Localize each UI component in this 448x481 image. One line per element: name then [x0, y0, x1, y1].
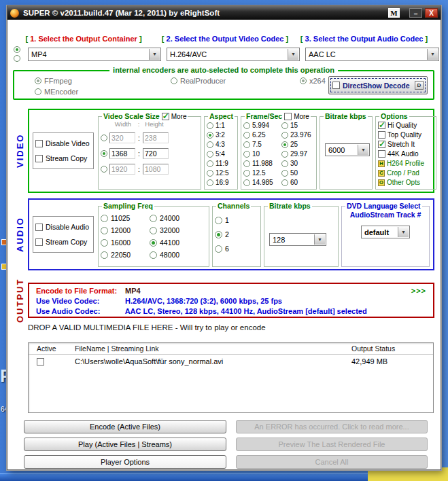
scale-more-checkbox[interactable] — [162, 113, 169, 120]
dropdown-arrow-icon[interactable] — [358, 145, 368, 155]
encode-button[interactable]: Encode (Active Files) — [24, 420, 226, 433]
x264-radio[interactable]: x264 — [300, 77, 326, 85]
sampling-option[interactable]: 48000 — [150, 251, 199, 259]
dropdown-arrow-icon[interactable] — [398, 227, 409, 237]
aspect-option[interactable]: 16:9 — [207, 178, 235, 187]
minimize-button[interactable]: – — [409, 8, 422, 18]
top-quality-toggle[interactable]: Top Quality — [378, 130, 434, 139]
44k-audio-toggle[interactable]: 44K Audio — [378, 149, 434, 158]
ffmpeg-radio[interactable]: FFmpeg — [35, 77, 72, 85]
framerate-option[interactable]: 14.985 — [243, 178, 280, 187]
preview-button[interactable]: Preview The Last Rendered File — [236, 438, 428, 451]
container-select[interactable]: MP4 — [28, 48, 161, 61]
close-button[interactable]: X — [425, 8, 438, 18]
directshow-decode-button[interactable]: DirectShow Decode D — [328, 76, 428, 94]
hi-quality-checkbox[interactable] — [378, 122, 385, 129]
file-list[interactable]: Active FileName | Streaming Link Output … — [28, 342, 434, 413]
framerate-option[interactable]: 23.976 — [281, 130, 314, 139]
scale-radio[interactable] — [101, 135, 107, 141]
width-input[interactable] — [109, 132, 135, 143]
file-active-checkbox[interactable] — [37, 358, 44, 366]
framerate-option[interactable]: 11.988 — [243, 159, 280, 168]
scale-row[interactable]: : — [101, 148, 199, 159]
sampling-option[interactable]: 11025 — [101, 214, 150, 222]
aspect-option[interactable]: 4:3 — [207, 140, 235, 149]
aspect-option[interactable]: 5:4 — [207, 149, 235, 158]
disable-audio-checkbox[interactable] — [35, 224, 43, 231]
sampling-option[interactable]: 16000 — [101, 238, 150, 247]
audio-codec-select[interactable]: AAC LC — [305, 48, 439, 61]
height-input[interactable] — [143, 148, 169, 159]
channels-option[interactable]: 1 — [215, 216, 258, 224]
framerate-option[interactable]: 10 — [243, 149, 280, 158]
dropdown-arrow-icon[interactable] — [427, 49, 438, 60]
play-button[interactable]: Play (Active Files | Streams) — [24, 438, 226, 451]
width-input[interactable] — [109, 164, 135, 175]
top-quality-checkbox[interactable] — [378, 131, 385, 139]
framerate-option[interactable]: 5.994 — [243, 121, 280, 130]
channels-option[interactable]: 2 — [215, 230, 258, 238]
realproducer-radio[interactable]: RealProducer — [171, 77, 226, 85]
sampling-option[interactable]: 22050 — [101, 251, 150, 259]
framerate-option[interactable]: 25 — [281, 140, 314, 149]
output-expand-arrows[interactable]: >>> — [411, 287, 426, 295]
mode-radio-1[interactable] — [14, 46, 20, 53]
player-options-button[interactable]: Player Options — [24, 455, 226, 469]
error-message-button[interactable]: An ERROR has occurred. Click to read mor… — [236, 420, 428, 433]
height-input[interactable] — [143, 132, 169, 143]
video-codec-select[interactable]: H.264/AVC — [167, 48, 300, 61]
file-list-row[interactable]: C:\Users\wolle\AquaSoft\für sony_normal.… — [29, 355, 433, 368]
framerate-option[interactable]: 6.25 — [243, 130, 280, 139]
crop-pad-option[interactable]: CCrop / Pad — [378, 168, 434, 177]
cancel-all-button[interactable]: Cancel All — [236, 455, 428, 469]
aspect-option[interactable]: 12:5 — [207, 168, 235, 177]
width-input[interactable] — [109, 148, 135, 159]
audio-bitrate-select[interactable]: 128 — [269, 233, 326, 246]
aspect-option[interactable]: 1:1 — [207, 121, 235, 130]
video-bitrate-select[interactable]: 6000 — [325, 143, 370, 156]
video-section-label: VIDEO — [13, 110, 27, 192]
aspect-option[interactable]: 11:9 — [207, 159, 235, 168]
video-stream-copy-toggle[interactable]: Stream Copy — [35, 154, 91, 162]
disable-video-checkbox[interactable] — [35, 140, 43, 147]
mencoder-radio[interactable]: MEncoder — [35, 88, 78, 96]
scale-row[interactable]: : — [101, 164, 199, 175]
disable-audio-toggle[interactable]: Disable Audio — [35, 223, 91, 231]
scale-row[interactable]: : — [101, 132, 199, 143]
scale-radio[interactable] — [101, 166, 107, 173]
mode-radio-2[interactable] — [14, 55, 20, 62]
aspect-option[interactable]: 3:2 — [207, 130, 235, 139]
audiostream-track-select[interactable]: default — [361, 226, 410, 238]
framerate-option[interactable]: 15 — [281, 121, 314, 130]
sampling-option[interactable]: 32000 — [150, 226, 199, 234]
directshow-checkbox[interactable] — [332, 82, 340, 89]
audio-stream-copy-toggle[interactable]: Stream Copy — [35, 238, 91, 246]
other-opts-option[interactable]: OOther Opts — [378, 178, 434, 187]
h264-profile-option[interactable]: HH264 Profile — [378, 159, 434, 168]
m-button[interactable]: M — [388, 8, 400, 18]
sampling-option[interactable]: 44100 — [150, 238, 199, 247]
44k-audio-checkbox[interactable] — [378, 150, 385, 158]
scale-radio[interactable] — [101, 150, 107, 157]
stretch-it-toggle[interactable]: Stretch It — [378, 140, 434, 149]
sampling-option[interactable]: 12000 — [101, 226, 150, 234]
hi-quality-toggle[interactable]: Hi Quality — [378, 121, 434, 130]
framerate-option[interactable]: 60 — [281, 178, 314, 187]
dropdown-arrow-icon[interactable] — [149, 49, 160, 60]
framerate-option[interactable]: 7.5 — [243, 140, 280, 149]
fps-more-checkbox[interactable] — [284, 113, 292, 120]
channels-option[interactable]: 6 — [215, 245, 258, 253]
titlebar[interactable]: SUPER © v2011.build.47 (Mar 12, 2011) by… — [7, 6, 441, 20]
sampling-option[interactable]: 24000 — [150, 214, 199, 222]
dropdown-arrow-icon[interactable] — [288, 49, 298, 60]
disable-video-toggle[interactable]: Disable Video — [35, 139, 91, 147]
framerate-option[interactable]: 30 — [281, 159, 314, 168]
framerate-option[interactable]: 50 — [281, 168, 314, 177]
framerate-option[interactable]: 12.5 — [243, 168, 280, 177]
audio-stream-copy-checkbox[interactable] — [35, 238, 43, 246]
video-stream-copy-checkbox[interactable] — [35, 155, 43, 162]
framerate-option[interactable]: 29.97 — [281, 149, 314, 158]
stretch-it-checkbox[interactable] — [378, 141, 385, 148]
dropdown-arrow-icon[interactable] — [314, 234, 325, 245]
height-input[interactable] — [143, 164, 169, 175]
